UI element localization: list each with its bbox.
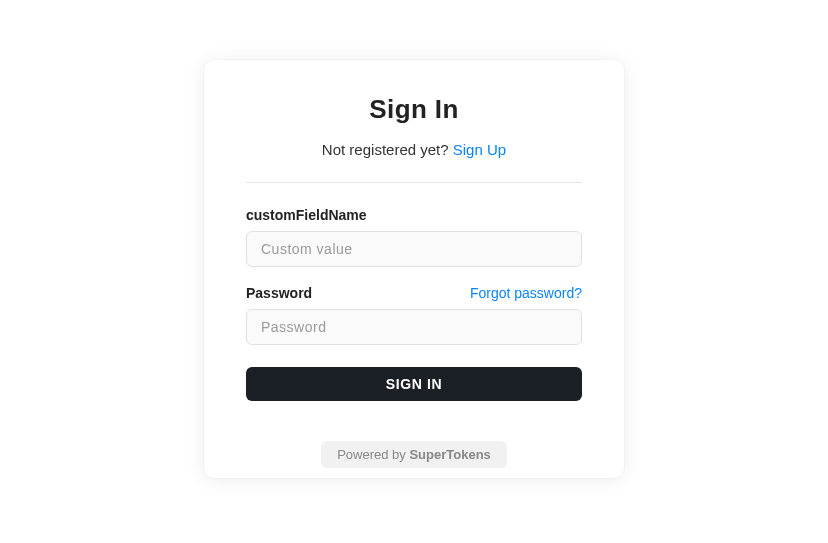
divider — [246, 182, 582, 183]
powered-by-badge: Powered by SuperTokens — [321, 441, 507, 468]
page-title: Sign In — [246, 94, 582, 125]
custom-field-group: customFieldName — [246, 207, 582, 267]
subtitle: Not registered yet? Sign Up — [246, 141, 582, 158]
custom-field-input[interactable] — [246, 231, 582, 267]
forgot-password-link[interactable]: Forgot password? — [470, 285, 582, 301]
subtitle-text: Not registered yet? — [322, 141, 453, 158]
signin-button[interactable]: SIGN IN — [246, 367, 582, 401]
password-field-input[interactable] — [246, 309, 582, 345]
password-field-label: Password — [246, 285, 312, 301]
powered-by-text: Powered by — [337, 447, 409, 462]
password-field-group: Password Forgot password? — [246, 285, 582, 345]
brand-name: SuperTokens — [409, 447, 490, 462]
signin-card: Sign In Not registered yet? Sign Up cust… — [204, 60, 624, 478]
signup-link[interactable]: Sign Up — [453, 141, 506, 158]
custom-field-label: customFieldName — [246, 207, 367, 223]
footer: Powered by SuperTokens — [204, 433, 624, 478]
